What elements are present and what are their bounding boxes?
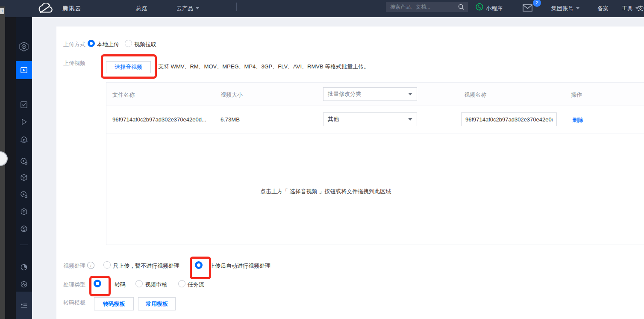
radio-task-flow-label[interactable]: 任务流 (188, 281, 204, 289)
pie-chart-icon (20, 263, 28, 272)
sidebar-item-task-check[interactable] (16, 96, 32, 113)
row-category-select[interactable]: 其他 (323, 112, 417, 126)
search-box[interactable] (386, 2, 468, 12)
col-video-size: 视频大小 (221, 91, 243, 99)
transcode-template-button[interactable]: 转码模板 (94, 297, 134, 310)
radio-local-upload-label[interactable]: 本地上传 (97, 41, 119, 48)
nav-beian[interactable]: 备案 (597, 2, 609, 15)
radio-auto-process-label[interactable]: 上传后自动进行视频处理 (209, 262, 271, 270)
radio-transcode[interactable] (94, 280, 101, 287)
mail-icon[interactable] (523, 4, 532, 12)
hexagon-upload-icon (20, 207, 28, 216)
sidebar-item-data-link[interactable] (16, 220, 32, 237)
sidebar-item-vod-logo[interactable] (16, 41, 32, 53)
video-name-input[interactable] (461, 112, 557, 126)
radio-upload-only[interactable] (103, 261, 111, 269)
play-gear-icon (20, 157, 28, 165)
play-outline-icon (20, 118, 28, 126)
chevron-down-icon (408, 118, 412, 121)
tencent-cloud-console: 腾讯云 总览 云产品 小程序 2 集团账号 备案 工具 (0, 0, 644, 319)
dropzone-hint: 点击上方「 选择音视频 」按钮或将文件拖拽到此区域 (260, 188, 391, 195)
sidebar-item-task-flow[interactable] (16, 292, 32, 319)
play-gear-icon (20, 190, 28, 199)
nav-overview[interactable]: 总览 (136, 2, 147, 15)
s-link-icon (20, 224, 28, 233)
transcode-template-label: 转码模板 (63, 299, 85, 307)
radio-video-review-label[interactable]: 视频审核 (145, 281, 167, 289)
row-category-value: 其他 (328, 115, 339, 123)
topbar: 腾讯云 总览 云产品 小程序 2 集团账号 备案 工具 (0, 0, 644, 17)
sidebar-item-play[interactable] (16, 113, 32, 130)
search-icon[interactable] (458, 3, 465, 10)
edge-plus-widget: + (0, 8, 4, 14)
nav-account[interactable]: 集团账号 (551, 2, 579, 15)
search-input[interactable] (389, 3, 458, 10)
sidebar-item-media-process[interactable] (16, 131, 32, 148)
mail-badge: 2 (533, 0, 541, 7)
process-type-label: 处理类型 (63, 281, 85, 289)
upload-file-table: 文件名称 视频大小 批量修改分类 视频名称 操作 96f9714af0c2b97… (106, 82, 644, 245)
nav-support[interactable]: 支持 (638, 2, 644, 15)
radio-video-pull-label[interactable]: 视频拉取 (134, 41, 156, 48)
window-edge-strip (5, 17, 16, 319)
radio-upload-only-label[interactable]: 只上传，暂不进行视频处理 (113, 262, 179, 270)
table-row: 96f9714af0c2b97ad302e370e42e0d... 6.73MB… (106, 106, 644, 133)
sidebar (16, 17, 32, 319)
sidebar-item-upload-hex[interactable] (16, 203, 32, 220)
nav-miniprogram[interactable]: 小程序 (486, 2, 503, 15)
task-flow-icon (20, 301, 28, 310)
common-template-button[interactable]: 常用模板 (138, 297, 176, 310)
hexagon-play-icon (20, 136, 28, 144)
radio-video-review[interactable] (135, 280, 143, 287)
upload-method-label: 上传方式 (63, 41, 85, 48)
batch-category-select[interactable]: 批量修改分类 (323, 87, 417, 101)
miniprogram-icon[interactable] (475, 3, 484, 11)
cell-video-size: 6.73MB (221, 116, 240, 123)
radio-local-upload[interactable] (88, 40, 95, 47)
tencent-cloud-logo-icon[interactable] (35, 3, 56, 15)
sidebar-item-cube[interactable] (16, 169, 32, 186)
cell-file-name: 96f9714af0c2b97ad302e370e42e0d... (112, 116, 206, 123)
radio-video-pull[interactable] (125, 40, 132, 47)
file-dropzone[interactable]: 点击上方「 选择音视频 」按钮或将文件拖拽到此区域 (106, 133, 644, 245)
cube-icon (20, 173, 28, 182)
col-action: 操作 (571, 91, 582, 99)
media-library-icon (20, 66, 28, 74)
video-process-label: 视频处理 (63, 262, 85, 270)
chevron-down-icon (408, 93, 412, 95)
nav-cloud-products[interactable]: 云产品 (176, 2, 199, 15)
nav-tools[interactable]: 工具 (622, 2, 639, 15)
sidebar-divider (20, 245, 28, 245)
table-header: 文件名称 视频大小 批量修改分类 视频名称 操作 (106, 83, 644, 106)
brand-title[interactable]: 腾讯云 (62, 2, 82, 15)
col-video-name: 视频名称 (464, 91, 486, 99)
format-hint: 支持 WMV、RM、MOV、MPEG、MP4、3GP、FLV、AVI、RMVB … (158, 63, 369, 71)
batch-category-value: 批量修改分类 (328, 90, 361, 98)
sidebar-item-play-gear[interactable] (16, 153, 32, 170)
col-file-name: 文件名称 (112, 91, 135, 99)
vod-logo-icon (18, 41, 29, 52)
sidebar-divider (20, 141, 28, 142)
sidebar-item-media-library-active[interactable] (16, 61, 32, 79)
nav-tools-label: 工具 (622, 5, 633, 12)
delete-link[interactable]: 删除 (572, 116, 583, 124)
nav-account-label: 集团账号 (551, 5, 573, 12)
pulse-circle-icon (20, 280, 28, 289)
sidebar-item-monitor[interactable] (16, 276, 32, 293)
radio-task-flow[interactable] (178, 280, 185, 287)
nav-cloud-products-label: 云产品 (176, 5, 193, 12)
info-icon[interactable]: i (87, 262, 94, 269)
sidebar-item-play-gear-2[interactable] (16, 186, 32, 203)
checkbox-icon (20, 100, 28, 109)
radio-auto-process[interactable] (195, 261, 203, 269)
sidebar-item-statistics[interactable] (16, 259, 32, 276)
choose-video-button[interactable]: 选择音视频 (106, 61, 151, 73)
radio-transcode-label[interactable]: 转码 (115, 281, 126, 289)
chevron-down-icon (576, 7, 579, 9)
chevron-down-icon (196, 7, 199, 9)
upload-video-label: 上传视频 (63, 59, 85, 67)
topbar-divider (236, 3, 237, 11)
